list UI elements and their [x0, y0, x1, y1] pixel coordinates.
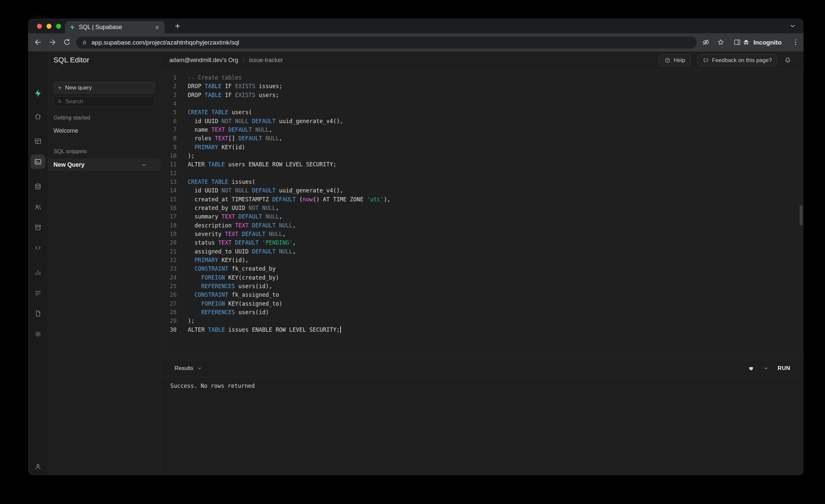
line-number: 7: [160, 126, 176, 134]
line-number: 14: [160, 186, 176, 195]
forward-button[interactable]: [48, 38, 57, 47]
help-button[interactable]: Help: [659, 54, 691, 66]
code-line: description TEXT DEFAULT NULL,: [188, 221, 390, 230]
browser-menu-dots-icon[interactable]: [791, 38, 800, 47]
code-line: [188, 99, 390, 108]
supabase-logo-icon[interactable]: [28, 89, 48, 98]
line-number: 26: [160, 290, 176, 299]
code-line: DROP TABLE IF EXISTS issues;: [188, 82, 390, 90]
run-button[interactable]: RUN: [777, 365, 791, 372]
bar-chart-icon: [34, 269, 42, 277]
minimize-window-button[interactable]: [47, 24, 52, 29]
line-number: 30: [160, 326, 176, 334]
rail-item-table-editor[interactable]: [31, 134, 45, 149]
gear-icon: [34, 330, 42, 338]
code-line: summary TEXT DEFAULT NULL,: [188, 212, 390, 221]
document-icon: [34, 309, 42, 317]
line-number: 22: [160, 256, 176, 264]
query-result-message: Success. No rows returned: [170, 382, 255, 389]
new-query-button[interactable]: + New query: [54, 82, 155, 93]
code-content: -- Create tablesDROP TABLE IF EXISTS iss…: [188, 73, 390, 334]
editor-scrollbar[interactable]: [800, 205, 803, 225]
rail-item-storage[interactable]: [31, 220, 45, 235]
rail-item-database[interactable]: [31, 179, 45, 194]
code-line: id UUID NOT NULL DEFAULT uuid_generate_v…: [188, 117, 390, 126]
rail-item-docs[interactable]: [31, 306, 45, 321]
page-title: SQL Editor: [54, 56, 89, 64]
code-line: -- Create tables: [188, 73, 390, 82]
sidebar-item-new-query-label: New Query: [54, 161, 141, 168]
bookmark-star-icon[interactable]: [717, 38, 725, 47]
rail-item-authentication[interactable]: [31, 200, 45, 214]
breadcrumb: adam@windmill.dev's Org / issue-tracker: [169, 52, 283, 69]
address-bar[interactable]: app.supabase.com/project/azahtnhqohyjerz…: [76, 37, 697, 49]
side-panel-icon[interactable]: [733, 38, 742, 47]
results-toggle[interactable]: Results: [174, 365, 202, 372]
line-number: 8: [160, 134, 176, 143]
code-line: CONSTRAINT fk_created_by: [188, 264, 390, 273]
rail-item-reports[interactable]: [31, 265, 45, 280]
line-number: 11: [160, 160, 176, 169]
help-circle-icon: [664, 57, 671, 64]
eye-off-icon[interactable]: [701, 38, 710, 47]
line-number: 29: [160, 316, 176, 325]
search-box[interactable]: [54, 96, 155, 106]
rail-item-api[interactable]: [31, 240, 45, 255]
code-line: FOREIGN KEY(created_by): [188, 273, 390, 282]
code-line: CREATE TABLE issues(: [188, 177, 390, 186]
line-number-gutter: 1234567891011121314151617181920212223242…: [160, 73, 176, 334]
tab-close-icon[interactable]: ×: [154, 24, 160, 31]
code-line: DROP TABLE IF EXISTS users;: [188, 91, 390, 99]
table-icon: [34, 137, 42, 145]
rail-item-home[interactable]: [31, 109, 45, 124]
zoom-window-button[interactable]: [56, 24, 61, 29]
supabase-favicon-icon: [69, 24, 76, 30]
incognito-icon: [742, 38, 750, 47]
code-line: );: [188, 151, 390, 160]
incognito-label: Incognito: [753, 39, 781, 46]
search-input[interactable]: [65, 98, 151, 105]
line-number: 4: [160, 99, 176, 108]
search-icon: [57, 99, 63, 104]
account-icon[interactable]: [28, 463, 48, 471]
line-number: 17: [160, 212, 176, 221]
plus-icon: +: [58, 84, 62, 91]
line-number: 6: [160, 117, 176, 126]
line-number: 25: [160, 282, 176, 290]
breadcrumb-project[interactable]: issue-tracker: [249, 57, 283, 64]
code-line: FOREIGN KEY(assigned_to): [188, 299, 390, 308]
lock-icon: [81, 39, 88, 46]
rail-item-sql-editor[interactable]: [31, 154, 45, 169]
code-line: );: [188, 316, 390, 325]
line-number: 5: [160, 108, 176, 117]
incognito-badge[interactable]: Incognito: [742, 37, 781, 48]
rail-item-settings[interactable]: [31, 327, 45, 341]
feedback-button[interactable]: Feedback on this page?: [697, 54, 777, 66]
header-actions: Help Feedback on this page?: [659, 52, 804, 69]
sidebar-item-welcome[interactable]: Welcome: [54, 127, 78, 134]
line-number: 20: [160, 238, 176, 247]
code-line: id UUID NOT NULL DEFAULT uuid_generate_v…: [188, 186, 390, 195]
close-window-button[interactable]: [37, 24, 42, 29]
run-options-chevron-icon[interactable]: [763, 365, 769, 371]
speech-bubble-icon: [702, 57, 709, 64]
sql-code-editor[interactable]: 1234567891011121314151617181920212223242…: [160, 69, 804, 360]
code-line: roles TEXT[] DEFAULT NULL,: [188, 134, 390, 143]
line-number: 3: [160, 91, 176, 99]
code-icon: [34, 244, 42, 252]
reload-button[interactable]: [63, 38, 71, 47]
breadcrumb-org[interactable]: adam@windmill.dev's Org: [169, 57, 238, 64]
line-number: 1: [160, 73, 176, 82]
breadcrumb-separator: /: [243, 57, 244, 64]
sidebar-item-new-query[interactable]: New Query: [48, 159, 160, 171]
favorite-heart-icon[interactable]: [748, 365, 754, 372]
line-number: 18: [160, 221, 176, 230]
new-tab-button[interactable]: +: [172, 21, 182, 31]
tab-search-chevron-icon[interactable]: [789, 22, 796, 30]
back-button[interactable]: [34, 38, 42, 47]
notifications-bell-icon[interactable]: [784, 57, 792, 64]
browser-tab[interactable]: SQL | Supabase ×: [65, 21, 165, 33]
home-icon: [34, 113, 42, 121]
rail-item-logs[interactable]: [31, 286, 45, 300]
line-number: 12: [160, 169, 176, 177]
